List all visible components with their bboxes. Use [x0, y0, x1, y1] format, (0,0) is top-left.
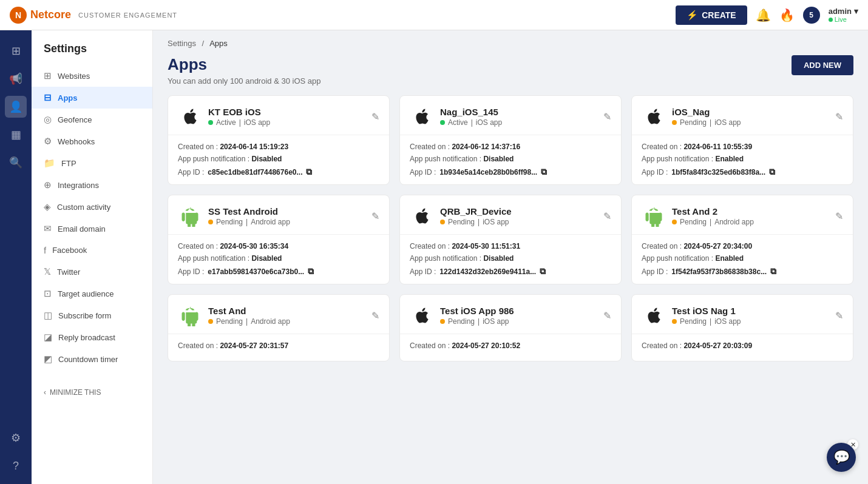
breadcrumb-current: Apps	[209, 39, 228, 48]
app-card-5: Test And 2 Pending | Android app ✎ Creat…	[631, 195, 853, 284]
copy-app-id-icon-0[interactable]: ⧉	[306, 167, 312, 177]
sidebar-item-target-audience[interactable]: ⊡ Target audience	[32, 283, 152, 304]
apple-icon	[410, 303, 434, 328]
app-card-6: Test And Pending | Android app ✎ Created…	[168, 294, 390, 361]
notifications-icon[interactable]: 🔔	[756, 8, 771, 22]
logo-letter: N	[10, 7, 27, 24]
sidebar-item-apps[interactable]: ⊟ Apps	[32, 87, 152, 109]
app-info-1: Nag_iOS_145 Active | iOS app	[440, 107, 502, 127]
app-type-3: Android app	[251, 218, 290, 226]
sidebar-label-facebook: Facebook	[52, 246, 87, 255]
app-id-field-3: App ID : e17abb59814370e6ca73b0... ⧉	[178, 266, 379, 277]
copy-app-id-icon-4[interactable]: ⧉	[540, 266, 546, 277]
card-body-4: Created on : 2024-05-30 11:51:31 App pus…	[400, 235, 621, 284]
created-on-field-0: Created on : 2024-06-14 15:19:23	[178, 143, 379, 151]
copy-app-id-icon-1[interactable]: ⧉	[541, 167, 547, 177]
sidebar-label-email-domain: Email domain	[58, 224, 106, 234]
apple-icon	[178, 104, 202, 129]
sidebar-item-geofence[interactable]: ◎ Geofence	[32, 109, 152, 130]
create-button[interactable]: ⚡ CREATE	[676, 5, 747, 25]
page-header: Apps You can add only 100 android & 30 i…	[153, 48, 868, 95]
logo[interactable]: N Netcore	[10, 7, 71, 24]
chat-bubble-button[interactable]: 💬	[827, 443, 856, 472]
main-content: Settings / Apps Apps You can add only 10…	[153, 30, 868, 484]
rail-gear-icon[interactable]: ⚙	[5, 427, 27, 449]
edit-app-icon-3[interactable]: ✎	[371, 210, 379, 222]
sidebar-label-integrations: Integrations	[58, 181, 99, 190]
admin-info[interactable]: admin ▾ Live	[829, 7, 858, 23]
app-info-6: Test And Pending | Android app	[208, 306, 290, 326]
rail-dashboard-icon[interactable]: ⊞	[5, 40, 27, 62]
rail-help-icon[interactable]: ?	[5, 455, 27, 477]
card-body-2: Created on : 2024-06-11 10:55:39 App pus…	[632, 135, 853, 184]
status-dot-8	[672, 319, 677, 324]
sidebar-item-websites[interactable]: ⊞ Websites	[32, 65, 152, 87]
sidebar-label-websites: Websites	[58, 72, 90, 81]
push-notif-field-0: App push notification : Disabled	[178, 155, 379, 163]
subscribe-form-icon: ◫	[44, 310, 52, 321]
created-on-field-6: Created on : 2024-05-27 20:31:57	[178, 341, 379, 350]
sidebar-item-integrations[interactable]: ⊕ Integrations	[32, 174, 152, 196]
app-name-2: iOS_Nag	[672, 107, 741, 117]
edit-app-icon-0[interactable]: ✎	[371, 111, 379, 123]
card-header-6: Test And Pending | Android app ✎	[168, 295, 389, 334]
breadcrumb-settings-link[interactable]: Settings	[168, 39, 196, 48]
sidebar-item-email-domain[interactable]: ✉ Email domain	[32, 218, 152, 240]
rail-campaigns-icon[interactable]: 📢	[5, 68, 27, 90]
apps-grid: KT EOB iOS Active | iOS app ✎ Created on…	[153, 95, 868, 376]
sidebar-item-countdown-timer[interactable]: ◩ Countdown timer	[32, 348, 152, 370]
push-notif-field-4: App push notification : Disabled	[410, 254, 611, 263]
integrations-icon: ⊕	[44, 180, 52, 190]
add-new-button[interactable]: ADD NEW	[792, 55, 853, 75]
edit-app-icon-2[interactable]: ✎	[835, 111, 843, 123]
fire-icon[interactable]: 🔥	[779, 8, 795, 22]
sidebar-item-subscribe-form[interactable]: ◫ Subscribe form	[32, 304, 152, 326]
rail-search-icon[interactable]: 🔍	[5, 152, 27, 173]
app-info-4: QRB_JR_Device Pending | iOS app	[440, 206, 512, 226]
created-on-field-8: Created on : 2024-05-27 20:03:09	[642, 341, 843, 350]
app-status-6: Pending | Android app	[208, 317, 290, 326]
sidebar-item-facebook[interactable]: f Facebook	[32, 240, 152, 261]
app-info-2: iOS_Nag Pending | iOS app	[672, 107, 741, 127]
edit-app-icon-7[interactable]: ✎	[603, 310, 611, 321]
sidebar-title: Settings	[32, 42, 152, 65]
apps-icon: ⊟	[44, 92, 52, 103]
status-dot-7	[440, 319, 445, 324]
sidebar-item-reply-broadcast[interactable]: ◪ Reply broadcast	[32, 326, 152, 348]
push-notif-field-1: App push notification : Disabled	[410, 155, 611, 163]
minimize-button[interactable]: ‹ MINIMIZE THIS	[32, 382, 152, 403]
sidebar-item-webhooks[interactable]: ⚙ Webhooks	[32, 130, 152, 152]
rail-analytics-icon[interactable]: ▦	[5, 124, 27, 146]
card-header-left-5: Test And 2 Pending | Android app	[642, 204, 754, 228]
android-icon	[178, 204, 202, 228]
card-header-2: iOS_Nag Pending | iOS app ✎	[632, 96, 853, 135]
edit-app-icon-1[interactable]: ✎	[603, 111, 611, 123]
sidebar-label-twitter: Twitter	[57, 267, 80, 277]
copy-app-id-icon-2[interactable]: ⧉	[769, 167, 775, 177]
status-text-1: Active	[448, 118, 468, 127]
status-text-6: Pending	[216, 317, 243, 326]
app-id-field-5: App ID : 1f542fa953f73b86838b38c... ⧉	[642, 266, 843, 277]
sidebar-item-twitter[interactable]: 𝕏 Twitter	[32, 261, 152, 283]
app-name-3: SS Test Android	[208, 206, 290, 217]
edit-app-icon-4[interactable]: ✎	[603, 210, 611, 222]
app-status-8: Pending | iOS app	[672, 317, 741, 326]
apple-icon	[642, 303, 666, 328]
sidebar-label-reply-broadcast: Reply broadcast	[58, 333, 115, 342]
card-body-6: Created on : 2024-05-27 20:31:57	[168, 334, 389, 361]
sidebar-item-ftp[interactable]: 📁 FTP	[32, 152, 152, 174]
app-info-7: Test iOS App 986 Pending | iOS app	[440, 306, 514, 326]
copy-app-id-icon-3[interactable]: ⧉	[308, 266, 314, 277]
status-text-4: Pending	[448, 218, 475, 226]
edit-app-icon-8[interactable]: ✎	[835, 310, 843, 321]
edit-app-icon-5[interactable]: ✎	[835, 210, 843, 222]
copy-app-id-icon-5[interactable]: ⧉	[770, 266, 776, 277]
app-id-field-1: App ID : 1b934e5a14ceb28b0b6ff98... ⧉	[410, 167, 611, 177]
sidebar-item-custom-activity[interactable]: ◈ Custom activity	[32, 196, 152, 218]
app-id-field-2: App ID : 1bf5fa84f3c325ed6b83f8a... ⧉	[642, 167, 843, 177]
edit-app-icon-6[interactable]: ✎	[371, 310, 379, 321]
rail-settings-icon[interactable]: 👤	[5, 96, 27, 118]
status-dot-6	[208, 319, 213, 324]
apple-icon	[642, 104, 666, 129]
facebook-icon: f	[44, 245, 46, 255]
